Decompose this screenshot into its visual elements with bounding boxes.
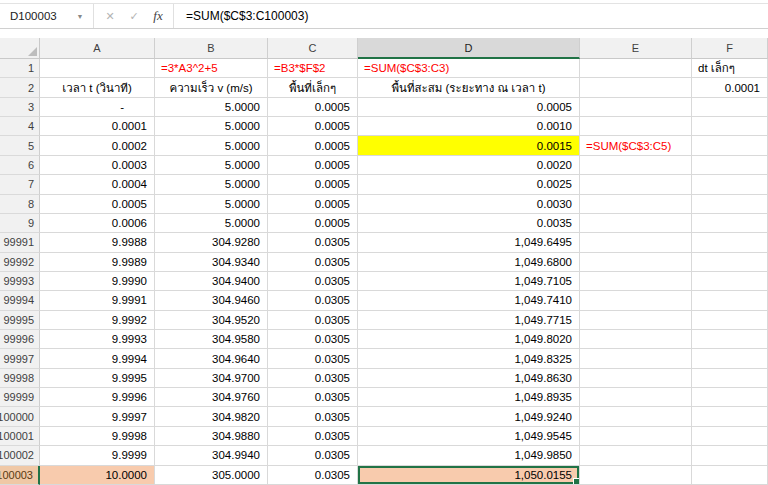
row-header-99992[interactable]: 99992 [0, 253, 40, 272]
cell-E4[interactable] [580, 117, 692, 136]
cell-F99995[interactable] [692, 311, 768, 330]
cell-A99994[interactable]: 9.9991 [40, 291, 155, 310]
cell-E1[interactable] [580, 59, 692, 78]
cell-C99994[interactable]: 0.0305 [268, 291, 358, 310]
cell-E99994[interactable] [580, 291, 692, 310]
cell-B8[interactable]: 5.0000 [155, 195, 268, 214]
cell-C6[interactable]: 0.0005 [268, 156, 358, 175]
cell-E99991[interactable] [580, 233, 692, 252]
row-header-5[interactable]: 5 [0, 136, 40, 155]
cell-F1[interactable]: dt เล็กๆ [692, 59, 768, 78]
column-header-F[interactable]: F [692, 38, 768, 59]
cell-F100001[interactable] [692, 427, 768, 446]
cell-C99995[interactable]: 0.0305 [268, 311, 358, 330]
cell-D5[interactable]: 0.0015 [358, 136, 580, 155]
column-header-A[interactable]: A [40, 38, 155, 59]
cell-C99992[interactable]: 0.0305 [268, 253, 358, 272]
cell-C7[interactable]: 0.0005 [268, 175, 358, 194]
cell-D100001[interactable]: 1,049.9545 [358, 427, 580, 446]
cell-C5[interactable]: 0.0005 [268, 136, 358, 155]
cell-C99998[interactable]: 0.0305 [268, 369, 358, 388]
cell-E8[interactable] [580, 195, 692, 214]
cell-B6[interactable]: 5.0000 [155, 156, 268, 175]
cell-E9[interactable] [580, 214, 692, 233]
cell-B100000[interactable]: 304.9820 [155, 407, 268, 426]
cell-D9[interactable]: 0.0035 [358, 214, 580, 233]
cell-E3[interactable] [580, 98, 692, 117]
cell-C99997[interactable]: 0.0305 [268, 349, 358, 368]
cell-D99991[interactable]: 1,049.6495 [358, 233, 580, 252]
cell-F100002[interactable] [692, 446, 768, 465]
cell-B9[interactable]: 5.0000 [155, 214, 268, 233]
row-header-100002[interactable]: 100002 [0, 446, 40, 465]
row-header-99991[interactable]: 99991 [0, 233, 40, 252]
cell-F6[interactable] [692, 156, 768, 175]
cell-C1[interactable]: =B3*$F$2 [268, 59, 358, 78]
cell-D99996[interactable]: 1,049.8020 [358, 330, 580, 349]
cell-E5[interactable]: =SUM($C$3:C5) [580, 136, 692, 155]
cell-E100003[interactable] [580, 466, 692, 485]
cell-F7[interactable] [692, 175, 768, 194]
cell-B99993[interactable]: 304.9400 [155, 272, 268, 291]
cell-C99993[interactable]: 0.0305 [268, 272, 358, 291]
cell-C4[interactable]: 0.0005 [268, 117, 358, 136]
cell-A7[interactable]: 0.0004 [40, 175, 155, 194]
row-header-4[interactable]: 4 [0, 117, 40, 136]
cell-B5[interactable]: 5.0000 [155, 136, 268, 155]
cell-B3[interactable]: 5.0000 [155, 98, 268, 117]
name-box-dropdown-icon[interactable]: ▼ [72, 4, 88, 28]
cell-B99992[interactable]: 304.9340 [155, 253, 268, 272]
enter-button[interactable]: ✓ [122, 4, 146, 28]
cell-D99993[interactable]: 1,049.7105 [358, 272, 580, 291]
cell-F4[interactable] [692, 117, 768, 136]
cell-D7[interactable]: 0.0025 [358, 175, 580, 194]
row-header-99995[interactable]: 99995 [0, 311, 40, 330]
cell-F3[interactable] [692, 98, 768, 117]
cell-B99996[interactable]: 304.9580 [155, 330, 268, 349]
cell-C100000[interactable]: 0.0305 [268, 407, 358, 426]
cell-A6[interactable]: 0.0003 [40, 156, 155, 175]
cell-B99995[interactable]: 304.9520 [155, 311, 268, 330]
cell-A100003[interactable]: 10.0000 [40, 466, 155, 485]
row-header-100000[interactable]: 100000 [0, 407, 40, 426]
cell-D100002[interactable]: 1,049.9850 [358, 446, 580, 465]
row-header-99997[interactable]: 99997 [0, 349, 40, 368]
cell-A99999[interactable]: 9.9996 [40, 388, 155, 407]
cell-F5[interactable] [692, 136, 768, 155]
cell-C2[interactable]: พื้นที่เล็กๆ [268, 78, 358, 97]
row-header-99999[interactable]: 99999 [0, 388, 40, 407]
cell-A99996[interactable]: 9.9993 [40, 330, 155, 349]
cell-D8[interactable]: 0.0030 [358, 195, 580, 214]
cell-C8[interactable]: 0.0005 [268, 195, 358, 214]
cell-E99996[interactable] [580, 330, 692, 349]
row-header-99996[interactable]: 99996 [0, 330, 40, 349]
cell-B99991[interactable]: 304.9280 [155, 233, 268, 252]
cell-D99998[interactable]: 1,049.8630 [358, 369, 580, 388]
cell-B7[interactable]: 5.0000 [155, 175, 268, 194]
cell-C100001[interactable]: 0.0305 [268, 427, 358, 446]
select-all-corner[interactable] [0, 38, 40, 59]
cell-C100003[interactable]: 0.0305 [268, 466, 358, 485]
cancel-button[interactable]: ✕ [98, 4, 122, 28]
row-header-100001[interactable]: 100001 [0, 427, 40, 446]
cell-C100002[interactable]: 0.0305 [268, 446, 358, 465]
cell-B4[interactable]: 5.0000 [155, 117, 268, 136]
cell-A3[interactable]: - [40, 98, 155, 117]
cell-E6[interactable] [580, 156, 692, 175]
cell-D1[interactable]: =SUM($C$3:C3) [358, 59, 580, 78]
cell-A1[interactable] [40, 59, 155, 78]
cell-E100001[interactable] [580, 427, 692, 446]
cell-E99997[interactable] [580, 349, 692, 368]
cell-B2[interactable]: ความเร็ว v (m/s) [155, 78, 268, 97]
cell-F8[interactable] [692, 195, 768, 214]
cell-A99992[interactable]: 9.9989 [40, 253, 155, 272]
cell-F99993[interactable] [692, 272, 768, 291]
cell-A99995[interactable]: 9.9992 [40, 311, 155, 330]
row-header-8[interactable]: 8 [0, 195, 40, 214]
cell-F100000[interactable] [692, 407, 768, 426]
cell-F99999[interactable] [692, 388, 768, 407]
row-header-3[interactable]: 3 [0, 98, 40, 117]
row-header-6[interactable]: 6 [0, 156, 40, 175]
cell-D99994[interactable]: 1,049.7410 [358, 291, 580, 310]
cell-A100000[interactable]: 9.9997 [40, 407, 155, 426]
